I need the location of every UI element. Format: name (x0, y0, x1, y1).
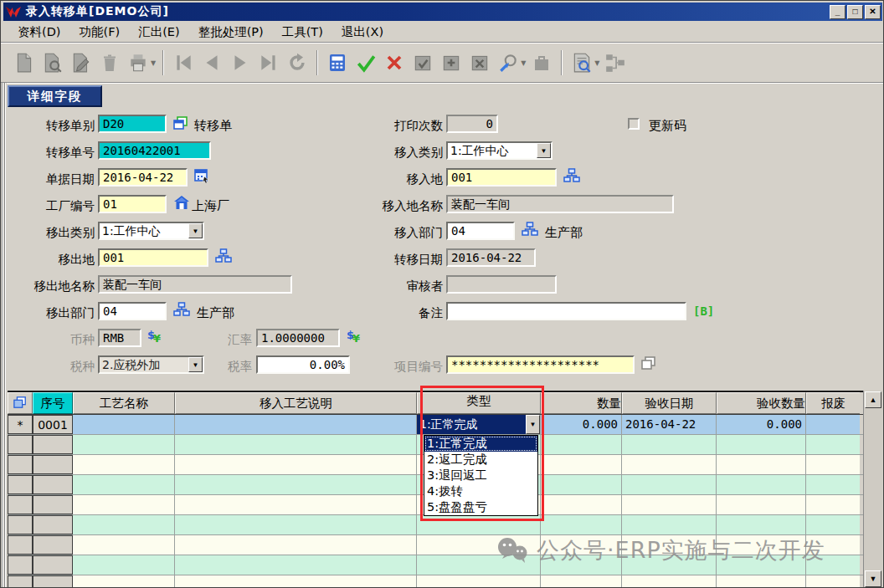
delete-button[interactable] (95, 49, 124, 77)
scroll-down-icon[interactable]: ▼ (865, 570, 881, 587)
out-loc-org-icon[interactable] (215, 248, 232, 263)
menu-function[interactable]: 功能(F) (69, 23, 129, 42)
tax-type-combobox: 2.应税外加 ▼ (98, 355, 204, 374)
in-dept-input[interactable]: 04 (446, 222, 515, 240)
project-no-input[interactable]: ********************* (446, 355, 635, 374)
edit-button[interactable] (67, 49, 95, 77)
calculator-button[interactable] (323, 49, 352, 77)
doc-date-input[interactable]: 2016-04-22 (98, 168, 188, 187)
preview-button[interactable] (568, 49, 596, 77)
in-cat-dropdown-icon[interactable]: ▼ (537, 143, 551, 158)
project-copy-icon[interactable] (640, 355, 657, 371)
column-header-process-name[interactable]: 工艺名称 (73, 392, 175, 414)
out-loc-name-label: 移出地名称 (1, 279, 95, 294)
toolbar-separator (162, 50, 164, 75)
minimize-button[interactable]: _ (830, 5, 845, 19)
new-button[interactable] (10, 49, 39, 77)
column-header-seq[interactable]: 序号 (33, 392, 73, 414)
maximize-button[interactable]: □ (847, 5, 863, 19)
close-button[interactable]: ✕ (865, 5, 881, 19)
type-option-1[interactable]: 1:正常完成 (424, 436, 537, 452)
process-desc-cell[interactable] (175, 415, 417, 434)
confirm-button[interactable] (352, 49, 380, 77)
column-header-accept-date[interactable]: 验收日期 (622, 392, 717, 414)
out-dept-input[interactable]: 04 (98, 302, 167, 320)
menu-exit[interactable]: 退出(X) (332, 23, 393, 42)
scrap-cell[interactable] (806, 415, 860, 434)
row-seq-cell[interactable]: 0001 (33, 415, 73, 434)
out-loc-input[interactable]: 001 (98, 248, 208, 267)
menu-batch[interactable]: 整批处理(P) (189, 23, 273, 42)
grid-vertical-scrollbar[interactable]: ▲ ▼ (863, 391, 882, 588)
scroll-up-icon[interactable]: ▲ (865, 391, 881, 408)
type-cell-combobox[interactable]: 1:正常完成 ▼ (417, 415, 540, 434)
cascade-windows-icon (13, 396, 28, 409)
grid-data-row: * 0001 1:正常完成 ▼ 0.000 2016-04-22 0.000 (8, 415, 863, 435)
jump-search-button[interactable] (494, 49, 522, 77)
type-dropdown-icon[interactable]: ▼ (526, 415, 540, 434)
in-loc-input[interactable]: 001 (446, 168, 557, 187)
next-record-button[interactable] (226, 49, 254, 77)
menu-tools[interactable]: 工具(T) (273, 23, 332, 42)
exch-rate-currency-icon: $¥ (346, 329, 362, 344)
out-dept-label: 移出部门 (1, 305, 95, 321)
approve-doc-button[interactable] (409, 49, 437, 77)
remark-memo-icon[interactable]: [B] (693, 304, 714, 318)
doc-no-input[interactable]: 20160422001 (98, 141, 211, 160)
qty-cell[interactable]: 0.000 (541, 415, 622, 434)
preview-dropdown-icon[interactable]: ▼ (594, 59, 599, 67)
factory-input[interactable]: 01 (98, 195, 167, 213)
type-cell[interactable]: 1:正常完成 ▼ (417, 415, 541, 434)
close-doc-button[interactable] (527, 49, 556, 77)
currency-label: 币种 (1, 332, 95, 348)
refresh-button[interactable] (283, 49, 311, 77)
tab-detail-fields[interactable]: 详细字段 (8, 85, 102, 107)
menu-data[interactable]: 资料(D) (8, 23, 69, 42)
unapprove-doc-button[interactable] (437, 49, 465, 77)
type-option-5[interactable]: 5:盘盈盘亏 (424, 499, 537, 515)
factory-home-icon[interactable] (173, 195, 190, 210)
tax-rate-field: 0.00% (256, 355, 350, 374)
preview-doc-icon (571, 52, 593, 74)
print-button[interactable] (124, 49, 152, 77)
column-header-process-desc[interactable]: 移入工艺说明 (175, 392, 417, 414)
menu-export[interactable]: 汇出(E) (129, 23, 188, 42)
remark-input[interactable] (446, 302, 686, 320)
doc-type-browse-icon[interactable] (172, 115, 189, 130)
void-doc-button[interactable] (465, 49, 494, 77)
out-dept-org-icon[interactable] (173, 302, 190, 317)
accept-date-cell[interactable]: 2016-04-22 (622, 415, 717, 434)
row-marker-cell[interactable]: * (8, 415, 33, 434)
cancel-button[interactable] (380, 49, 409, 77)
column-header-qty[interactable]: 数量 (541, 392, 622, 414)
toolbar-separator (561, 50, 563, 75)
in-cat-combobox[interactable]: 1:工作中心 ▼ (446, 141, 552, 160)
flow-tree-button[interactable] (601, 49, 630, 77)
column-header-type[interactable]: 类型 (417, 392, 541, 414)
grid-corner-cell[interactable] (8, 392, 33, 414)
update-code-checkbox[interactable] (628, 118, 640, 130)
find-button[interactable] (39, 49, 67, 77)
type-option-2[interactable]: 2:返工完成 (424, 452, 537, 468)
jump-search-dropdown-icon[interactable]: ▼ (521, 59, 526, 67)
divider (1, 42, 884, 43)
type-option-4[interactable]: 4:拨转 (424, 483, 537, 499)
print-dropdown-icon[interactable]: ▼ (151, 59, 156, 67)
currency-field: RMB (98, 329, 141, 347)
prev-record-button[interactable] (198, 49, 226, 77)
type-option-3[interactable]: 3:退回返工 (424, 468, 537, 483)
out-cat-combobox[interactable]: 1:工作中心 ▼ (98, 222, 204, 240)
accept-qty-cell[interactable]: 0.000 (717, 415, 806, 434)
doc-type-input[interactable]: D20 (98, 115, 167, 133)
process-name-cell[interactable] (73, 415, 175, 434)
first-record-button[interactable] (169, 49, 198, 77)
in-loc-org-icon[interactable] (563, 168, 580, 183)
in-dept-org-icon[interactable] (522, 222, 538, 237)
update-code-label: 更新码 (649, 118, 686, 134)
column-header-scrap[interactable]: 报废 (806, 392, 860, 414)
calendar-icon[interactable] (193, 168, 210, 183)
in-dept-tag: 生产部 (545, 225, 583, 241)
column-header-accept-qty[interactable]: 验收数量 (717, 392, 806, 414)
last-record-button[interactable] (254, 49, 283, 77)
out-cat-dropdown-icon[interactable]: ▼ (188, 223, 203, 238)
